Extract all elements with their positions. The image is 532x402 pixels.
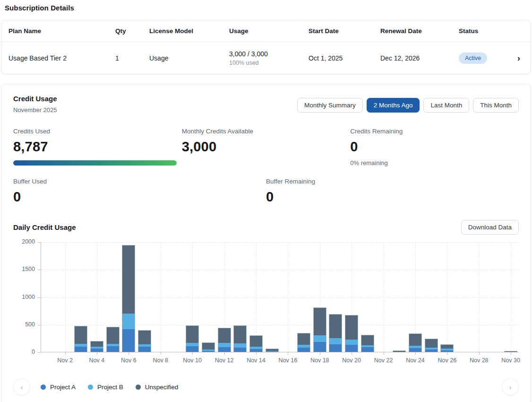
bar-segment-project-a (250, 349, 262, 352)
page-title: Subscription Details (1, 4, 531, 12)
col-license-model: License Model (142, 27, 222, 35)
legend-item-project-a[interactable]: Project A (41, 384, 76, 391)
credit-usage-card: Credit Usage November 2025 Monthly Summa… (1, 84, 531, 402)
buffer-used-stat: Buffer Used 0 (13, 178, 266, 205)
chart-legend: Project AProject BUnspecified (41, 384, 502, 391)
x-tick-mark (415, 352, 416, 355)
bar-segment-unspecified (122, 245, 135, 314)
y-tick-label: 500 (13, 321, 35, 328)
bar-segment-project-a (345, 345, 358, 352)
credit-usage-period: November 2025 (13, 106, 57, 114)
chart-bar-nov-18[interactable] (314, 308, 326, 352)
chart-bar-nov-19[interactable] (329, 315, 342, 352)
bar-segment-unspecified (393, 351, 405, 352)
bar-segment-unspecified (329, 315, 342, 338)
chart-bar-nov-5[interactable] (107, 327, 119, 352)
buffer-remaining-stat: Buffer Remaining 0 (266, 178, 519, 205)
bar-segment-project-a (202, 351, 215, 352)
x-gridline (479, 242, 480, 352)
col-status: Status (452, 27, 507, 35)
last-month-button[interactable]: Last Month (423, 98, 469, 113)
x-tick-mark (511, 352, 511, 355)
bar-segment-unspecified (345, 315, 358, 340)
chart-bar-nov-4[interactable] (91, 341, 103, 352)
chart-bar-nov-6[interactable] (122, 245, 135, 352)
chart-bar-nov-26[interactable] (441, 345, 453, 352)
x-tick-label: Nov 30 (497, 357, 525, 364)
download-data-button[interactable]: Download Data (461, 220, 519, 235)
chart-bar-nov-24[interactable] (409, 334, 421, 352)
table-row[interactable]: Usage Based Tier 2 1 Usage 3,000 / 3,000… (1, 42, 531, 74)
y-tick-mark (38, 325, 41, 325)
chart-bar-nov-30[interactable] (505, 351, 517, 352)
legend-next-button[interactable]: › (502, 378, 519, 395)
chart-bar-nov-17[interactable] (298, 333, 310, 352)
bar-segment-project-a (75, 347, 87, 352)
usage-cell: 3,000 / 3,000 100% used (222, 50, 301, 66)
bar-segment-unspecified (361, 335, 374, 346)
chart-bar-nov-23[interactable] (393, 351, 405, 352)
renewal-date-cell: Dec 12, 2026 (373, 54, 452, 62)
legend-item-unspecified[interactable]: Unspecified (136, 384, 179, 391)
y-tick-label: 2000 (13, 238, 35, 245)
buffer-used-label: Buffer Used (13, 178, 266, 185)
bar-segment-project-a (91, 349, 103, 352)
chart-bar-nov-3[interactable] (75, 326, 87, 352)
y-tick-mark (38, 242, 41, 243)
x-tick-mark (320, 352, 320, 355)
x-gridline (511, 242, 511, 352)
monthly-available-value: 3,000 (182, 139, 351, 155)
chart-bar-nov-12[interactable] (218, 328, 231, 352)
subscription-details-page: Subscription Details Plan Name Qty Licen… (0, 0, 532, 402)
buffer-used-value: 0 (13, 189, 266, 205)
credits-remaining-value: 0 (350, 139, 519, 155)
col-plan-name: Plan Name (1, 27, 108, 35)
legend-label: Project B (97, 384, 123, 391)
chart-bar-nov-25[interactable] (425, 339, 438, 352)
x-tick-label: Nov 24 (401, 357, 429, 364)
chart-bar-nov-7[interactable] (138, 331, 151, 352)
x-gridline (65, 242, 66, 352)
col-usage: Usage (222, 27, 301, 35)
bar-segment-unspecified (234, 326, 246, 343)
x-gridline (161, 242, 161, 352)
usage-percent: 100% used (229, 60, 301, 66)
legend-item-project-b[interactable]: Project B (88, 384, 123, 391)
chart-bar-nov-15[interactable] (266, 349, 278, 352)
credits-used-progress (13, 160, 177, 166)
legend-dot (88, 385, 93, 390)
row-chevron-icon[interactable]: › (517, 53, 531, 62)
x-tick-mark (224, 352, 225, 355)
chart-bar-nov-21[interactable] (361, 335, 374, 352)
license-model-cell: Usage (142, 54, 222, 62)
bar-segment-unspecified (138, 331, 151, 344)
two-months-ago-button[interactable]: 2 Months Ago (367, 98, 420, 113)
chart-bar-nov-11[interactable] (202, 343, 215, 352)
monthly-summary-button[interactable]: Monthly Summary (297, 98, 363, 113)
bar-segment-project-b (329, 338, 342, 344)
status-cell: Active (452, 52, 507, 64)
this-month-button[interactable]: This Month (473, 98, 519, 113)
bar-segment-project-a (329, 344, 342, 352)
chart-bar-nov-10[interactable] (186, 326, 198, 352)
monthly-available-stat: Monthly Credits Available 3,000 (182, 128, 351, 166)
chart-bar-nov-13[interactable] (234, 326, 246, 352)
bar-segment-unspecified (75, 326, 87, 343)
x-tick-mark (384, 352, 384, 355)
y-tick-label: 1500 (13, 266, 35, 272)
x-gridline (288, 242, 288, 352)
bar-segment-project-a (122, 329, 135, 352)
bar-segment-project-a (361, 347, 374, 352)
bar-segment-project-a (425, 350, 438, 352)
chart-bar-nov-14[interactable] (250, 336, 262, 352)
legend-label: Project A (50, 384, 76, 391)
buffer-remaining-value: 0 (266, 189, 519, 205)
bar-segment-unspecified (250, 336, 262, 347)
bar-segment-unspecified (107, 327, 119, 344)
y-tick-label: 1000 (13, 294, 35, 300)
legend-prev-button[interactable]: ‹ (13, 378, 30, 395)
bar-segment-unspecified (505, 351, 517, 352)
chart-bar-nov-20[interactable] (345, 315, 358, 352)
plan-name-cell: Usage Based Tier 2 (1, 54, 108, 62)
credits-used-progress-fill (13, 160, 177, 166)
